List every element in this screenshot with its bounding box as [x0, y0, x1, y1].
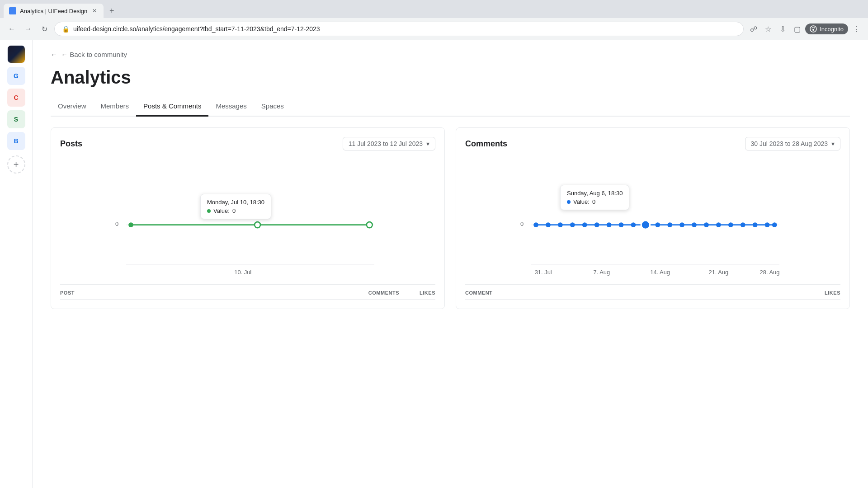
- tab-members[interactable]: Members: [94, 97, 137, 117]
- incognito-label: Incognito: [820, 26, 844, 33]
- comments-table-area: COMMENT LIKES: [465, 284, 840, 300]
- comments-chart-title: Comments: [465, 139, 507, 149]
- analytics-tabs: Overview Members Posts & Comments Messag…: [51, 97, 850, 117]
- comments-date-range-text: 30 Jul 2023 to 28 Aug 2023: [751, 140, 828, 147]
- sidebar-item-s[interactable]: S: [7, 110, 25, 128]
- comments-date-range-selector[interactable]: 30 Jul 2023 to 28 Aug 2023 ▾: [745, 137, 840, 150]
- url-text: uifeed-design.circle.so/analytics/engage…: [73, 25, 736, 33]
- comments-col-comment: COMMENT: [465, 290, 804, 296]
- svg-point-26: [692, 222, 697, 227]
- comments-table-header: COMMENT LIKES: [465, 285, 840, 300]
- posts-col-post: POST: [60, 290, 354, 296]
- content-area: ← ← Back to community Analytics Overview…: [33, 40, 868, 488]
- reload-button[interactable]: ↻: [38, 23, 51, 35]
- charts-row: Posts 11 Jul 2023 to 12 Jul 2023 ▾ 0: [51, 127, 850, 309]
- comments-chart-svg: 0: [465, 158, 840, 284]
- translate-icon[interactable]: ☍: [747, 23, 760, 35]
- svg-point-6: [255, 222, 260, 228]
- svg-point-15: [558, 222, 563, 227]
- sidebar: G C S B +: [0, 40, 33, 488]
- posts-table-area: POST COMMENTS LIKES: [60, 284, 435, 300]
- comments-col-likes: LIKES: [804, 290, 840, 296]
- bookmark-icon[interactable]: ☆: [762, 23, 774, 35]
- svg-text:28. Aug: 28. Aug: [760, 269, 780, 276]
- add-community-button[interactable]: +: [7, 155, 25, 174]
- svg-point-7: [367, 222, 373, 228]
- sidebar-item-g-letter: G: [14, 72, 19, 80]
- new-tab-button[interactable]: +: [105, 5, 118, 17]
- tab-spaces[interactable]: Spaces: [254, 97, 291, 117]
- sidebar-item-business[interactable]: [7, 45, 25, 63]
- posts-chart-area: 0 10. Jul: [60, 158, 435, 284]
- comments-chart-area: 0: [465, 158, 840, 284]
- forward-nav-button[interactable]: →: [22, 23, 34, 35]
- svg-point-25: [679, 222, 684, 227]
- sidebar-item-c-letter: C: [14, 94, 18, 101]
- tab-close-button[interactable]: ✕: [91, 7, 98, 14]
- posts-chart-card: Posts 11 Jul 2023 to 12 Jul 2023 ▾ 0: [51, 127, 445, 309]
- comments-date-range-chevron: ▾: [831, 140, 835, 147]
- svg-point-24: [667, 222, 672, 227]
- svg-point-22: [641, 221, 650, 229]
- svg-point-20: [619, 222, 624, 227]
- download-icon[interactable]: ⇩: [776, 23, 789, 35]
- svg-point-23: [655, 222, 660, 227]
- svg-text:10. Jul: 10. Jul: [234, 269, 251, 276]
- svg-point-31: [753, 222, 758, 227]
- posts-chart-svg: 0 10. Jul: [60, 158, 435, 284]
- page-title: Analytics: [51, 67, 850, 88]
- sidebar-item-b-letter: B: [14, 137, 18, 145]
- tab-title: Analytics | UIFeed Design: [20, 8, 87, 14]
- posts-table-header: POST COMMENTS LIKES: [60, 285, 435, 300]
- svg-point-1: [812, 29, 814, 31]
- tab-posts-comments[interactable]: Posts & Comments: [136, 97, 208, 117]
- add-icon: +: [14, 160, 19, 170]
- posts-date-range-chevron: ▾: [426, 140, 429, 147]
- svg-point-27: [704, 222, 709, 227]
- svg-point-30: [741, 222, 745, 227]
- tab-messages[interactable]: Messages: [208, 97, 254, 117]
- posts-date-range-text: 11 Jul 2023 to 12 Jul 2023: [349, 140, 423, 147]
- svg-point-32: [765, 222, 770, 227]
- back-to-community-link[interactable]: ← ← Back to community: [51, 40, 850, 67]
- posts-date-range-selector[interactable]: 11 Jul 2023 to 12 Jul 2023 ▾: [343, 137, 435, 150]
- back-nav-button[interactable]: ←: [5, 23, 18, 35]
- svg-point-14: [546, 222, 551, 227]
- svg-point-19: [607, 222, 612, 227]
- svg-point-21: [631, 222, 636, 227]
- svg-text:0: 0: [520, 221, 524, 227]
- svg-point-28: [716, 222, 721, 227]
- sidebar-item-b[interactable]: B: [7, 132, 25, 150]
- back-link-text: ← Back to community: [61, 51, 127, 58]
- tab-favicon: [9, 7, 16, 14]
- svg-text:7. Aug: 7. Aug: [594, 269, 610, 276]
- comments-chart-header: Comments 30 Jul 2023 to 28 Aug 2023 ▾: [465, 137, 840, 150]
- sidebar-item-c[interactable]: C: [7, 89, 25, 107]
- url-bar[interactable]: 🔒 uifeed-design.circle.so/analytics/enga…: [54, 22, 744, 36]
- lock-icon: 🔒: [62, 25, 70, 33]
- posts-chart-header: Posts 11 Jul 2023 to 12 Jul 2023 ▾: [60, 137, 435, 150]
- svg-text:31. Jul: 31. Jul: [535, 269, 552, 276]
- sidebar-item-s-letter: S: [14, 116, 18, 123]
- comments-chart-card: Comments 30 Jul 2023 to 28 Aug 2023 ▾ 0: [456, 127, 850, 309]
- browser-tab[interactable]: Analytics | UIFeed Design ✕: [4, 4, 104, 18]
- svg-point-13: [533, 222, 538, 227]
- svg-point-17: [582, 222, 587, 227]
- svg-point-33: [772, 222, 777, 227]
- svg-text:21. Aug: 21. Aug: [708, 269, 728, 276]
- svg-point-29: [728, 222, 733, 227]
- svg-text:0: 0: [115, 221, 118, 227]
- svg-point-5: [128, 222, 133, 227]
- incognito-icon: [810, 25, 817, 33]
- svg-text:14. Aug: 14. Aug: [650, 269, 670, 276]
- back-arrow-icon: ←: [51, 51, 57, 58]
- posts-col-likes: LIKES: [399, 290, 435, 296]
- desktop-icon[interactable]: ▢: [791, 23, 803, 35]
- posts-col-comments: COMMENTS: [354, 290, 399, 296]
- incognito-button[interactable]: Incognito: [805, 23, 848, 34]
- posts-chart-title: Posts: [60, 139, 82, 149]
- tab-overview[interactable]: Overview: [51, 97, 94, 117]
- svg-point-18: [594, 222, 599, 227]
- menu-button[interactable]: ⋮: [850, 23, 863, 35]
- sidebar-item-g[interactable]: G: [7, 67, 25, 85]
